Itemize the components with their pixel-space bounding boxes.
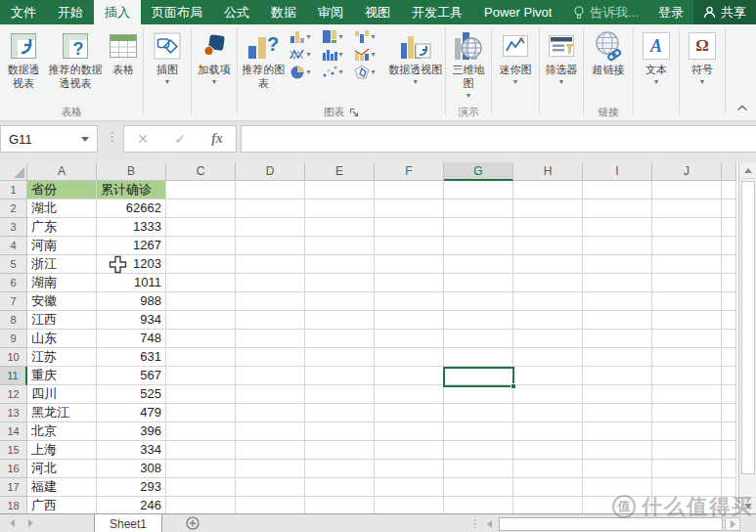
cell-partial-10[interactable] [722, 348, 736, 367]
cell-partial-6[interactable] [722, 274, 736, 292]
insert-pie-chart-button[interactable]: ▾ [289, 65, 322, 79]
cell-F11[interactable] [375, 367, 444, 385]
cell-C14[interactable] [166, 422, 236, 441]
insert-waterfall-chart-button[interactable]: ▾ [354, 29, 386, 44]
cell-C7[interactable] [166, 292, 236, 311]
cell-B11[interactable]: 567 [97, 367, 166, 385]
cell-E15[interactable] [305, 441, 375, 460]
cell-A7[interactable]: 安徽 [27, 292, 97, 311]
cell-G15[interactable] [444, 441, 513, 460]
cell-F6[interactable] [375, 274, 444, 292]
cell-H1[interactable] [513, 181, 583, 200]
cell-partial-18[interactable] [722, 497, 736, 513]
vertical-scroll-thumb[interactable] [741, 181, 755, 474]
cell-F10[interactable] [375, 348, 444, 367]
cell-G2[interactable] [444, 200, 513, 218]
column-header-B[interactable]: B [97, 162, 166, 181]
cell-J6[interactable] [652, 274, 722, 292]
cell-H5[interactable] [513, 255, 583, 274]
share-button[interactable]: 共享 [693, 0, 756, 24]
scroll-up-button[interactable] [740, 162, 756, 179]
column-header-C[interactable]: C [166, 162, 236, 181]
cancel-icon[interactable]: ✕ [137, 131, 149, 147]
cell-D15[interactable] [236, 441, 305, 460]
cell-I11[interactable] [583, 367, 652, 385]
cell-G5[interactable] [444, 255, 513, 274]
cell-E18[interactable] [305, 497, 375, 513]
row-header-1[interactable]: 1 [0, 181, 27, 200]
cell-I17[interactable] [583, 478, 652, 497]
cell-H11[interactable] [513, 367, 583, 385]
collapse-ribbon-icon[interactable] [736, 98, 748, 115]
cell-E17[interactable] [305, 478, 375, 497]
cell-J8[interactable] [652, 311, 722, 330]
cell-I5[interactable] [583, 255, 652, 274]
cell-J16[interactable] [652, 460, 722, 478]
column-header-F[interactable]: F [375, 162, 444, 181]
cell-H9[interactable] [513, 330, 583, 348]
cell-A15[interactable]: 上海 [27, 441, 97, 460]
cell-J10[interactable] [652, 348, 722, 367]
cell-D16[interactable] [236, 460, 305, 478]
cell-C6[interactable] [166, 274, 236, 292]
cell-E12[interactable] [305, 385, 375, 404]
cell-G8[interactable] [444, 311, 513, 330]
cell-J9[interactable] [652, 330, 722, 348]
tab-开发工具[interactable]: 开发工具 [401, 0, 473, 24]
cell-I7[interactable] [583, 292, 652, 311]
cell-A17[interactable]: 福建 [27, 478, 97, 497]
cell-J2[interactable] [652, 200, 722, 218]
cell-D9[interactable] [236, 330, 305, 348]
cell-A9[interactable]: 山东 [27, 330, 97, 348]
cell-G9[interactable] [444, 330, 513, 348]
cell-A11[interactable]: 重庆 [27, 367, 97, 385]
column-header-D[interactable]: D [236, 162, 305, 181]
cell-A6[interactable]: 湖南 [27, 274, 97, 292]
cell-partial-2[interactable] [722, 200, 736, 218]
cell-F7[interactable] [375, 292, 444, 311]
previous-sheet-icon[interactable] [10, 519, 15, 527]
cell-B13[interactable]: 479 [97, 404, 166, 422]
new-sheet-button[interactable] [186, 516, 200, 532]
cell-A10[interactable]: 江苏 [27, 348, 97, 367]
scroll-right-button[interactable] [725, 517, 740, 531]
cell-G12[interactable] [444, 385, 513, 404]
cell-A16[interactable]: 河北 [27, 460, 97, 478]
cell-B17[interactable]: 293 [97, 478, 166, 497]
cell-D7[interactable] [236, 292, 305, 311]
column-header-partial[interactable] [722, 162, 736, 181]
cell-E14[interactable] [305, 422, 375, 441]
cell-B5[interactable]: 1203 [97, 255, 166, 274]
cell-B2[interactable]: 62662 [97, 200, 166, 218]
name-box-dropdown-icon[interactable] [81, 137, 89, 142]
cell-I16[interactable] [583, 460, 652, 478]
cell-J4[interactable] [652, 237, 722, 255]
cell-G4[interactable] [444, 237, 513, 255]
column-header-A[interactable]: A [27, 162, 97, 181]
cell-D2[interactable] [236, 200, 305, 218]
tab-文件[interactable]: 文件 [0, 0, 47, 24]
cell-C5[interactable] [166, 255, 236, 274]
cell-E5[interactable] [305, 255, 375, 274]
tab-插入[interactable]: 插入 [94, 0, 141, 24]
row-header-13[interactable]: 13 [0, 404, 27, 422]
cell-J17[interactable] [652, 478, 722, 497]
cell-D10[interactable] [236, 348, 305, 367]
row-header-16[interactable]: 16 [0, 460, 27, 478]
column-header-E[interactable]: E [305, 162, 375, 181]
cell-H3[interactable] [513, 218, 583, 237]
tab-视图[interactable]: 视图 [354, 0, 401, 24]
cell-partial-17[interactable] [722, 478, 736, 497]
cell-E9[interactable] [305, 330, 375, 348]
scroll-left-button[interactable] [481, 517, 497, 531]
cell-F13[interactable] [375, 404, 444, 422]
dialog-launcher-icon[interactable] [349, 108, 359, 117]
cell-J1[interactable] [652, 181, 722, 200]
cell-F18[interactable] [375, 497, 444, 513]
cell-E7[interactable] [305, 292, 375, 311]
cell-J11[interactable] [652, 367, 722, 385]
vertical-scrollbar[interactable] [738, 162, 756, 513]
tab-开始[interactable]: 开始 [47, 0, 94, 24]
cell-I15[interactable] [583, 441, 652, 460]
cell-J5[interactable] [652, 255, 722, 274]
